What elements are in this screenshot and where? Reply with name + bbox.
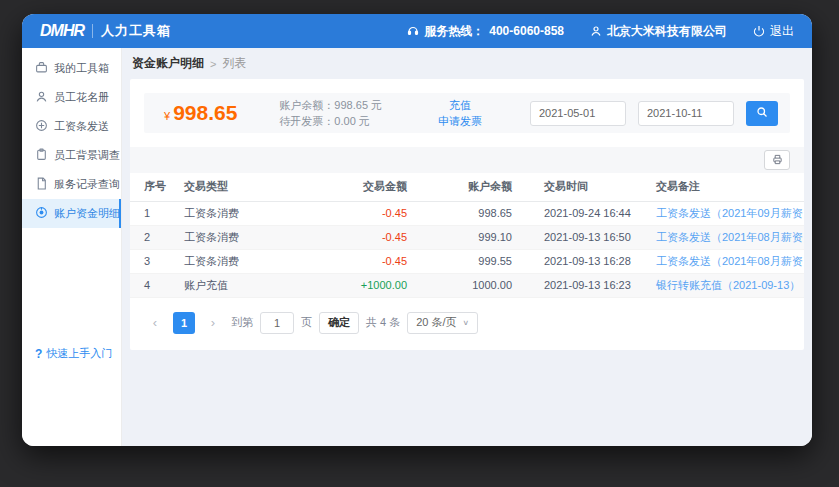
page-1-button[interactable]: 1 [173, 312, 195, 334]
content-panel: ¥ 998.65 账户余额：998.65 元 待开发票：0.00 元 充值 申请… [130, 79, 804, 350]
cell-remark-link[interactable]: 工资条发送（2021年09月薪资） [656, 207, 804, 219]
col-header-balance: 账户余额 [425, 173, 530, 201]
brand-logo: DMHR [40, 22, 84, 40]
cell-amount: -0.45 [382, 231, 407, 243]
cell-type: 工资条消费 [170, 225, 320, 249]
sidebar-item-background-check[interactable]: 员工背景调查 [22, 141, 121, 170]
search-button[interactable] [746, 101, 778, 126]
headset-icon [407, 25, 419, 37]
sidebar-item-label: 账户资金明细 [54, 206, 120, 221]
page-word: 页 [301, 315, 312, 330]
document-icon [35, 177, 48, 192]
breadcrumb-current: 资金账户明细 [132, 55, 204, 72]
cell-remark-link[interactable]: 银行转账充值（2021-09-13） [656, 279, 800, 291]
company-name: 北京大米科技有限公司 [607, 23, 727, 40]
table-header-row: 序号 交易类型 交易金额 账户余额 交易时间 交易备注 [130, 173, 804, 201]
print-button[interactable] [764, 150, 790, 170]
sidebar-item-label: 员工花名册 [54, 90, 109, 105]
sidebar-item-label: 我的工具箱 [54, 61, 109, 76]
sidebar-item-employee-roster[interactable]: 员工花名册 [22, 83, 121, 112]
page-size-select[interactable]: 20 条/页 ∨ [407, 312, 478, 334]
cell-index: 4 [130, 273, 170, 297]
end-date-input[interactable] [638, 101, 734, 126]
next-page-button[interactable]: › [202, 312, 224, 334]
power-icon [753, 25, 765, 37]
cell-balance: 999.10 [425, 225, 530, 249]
col-header-index: 序号 [130, 173, 170, 201]
user-icon [590, 25, 602, 37]
circle-plus-icon [35, 119, 48, 134]
person-icon [35, 90, 48, 105]
invoice-line: 待开发票：0.00 元 [279, 113, 382, 129]
cell-balance: 999.55 [425, 249, 530, 273]
logout-label: 退出 [770, 23, 794, 40]
question-icon: ? [35, 347, 42, 361]
cell-remark-link[interactable]: 工资条发送（2021年08月薪资） [656, 231, 804, 243]
product-title: 人力工具箱 [101, 22, 171, 40]
currency-symbol: ¥ [164, 110, 170, 122]
balance-summary-card: ¥ 998.65 账户余额：998.65 元 待开发票：0.00 元 充值 申请… [144, 93, 790, 133]
cell-type: 工资条消费 [170, 201, 320, 225]
sidebar-item-my-toolbox[interactable]: 我的工具箱 [22, 54, 121, 83]
chevron-down-icon: ∨ [463, 319, 470, 327]
cell-index: 2 [130, 225, 170, 249]
cell-index: 3 [130, 249, 170, 273]
company-menu[interactable]: 北京大米科技有限公司 [590, 23, 727, 40]
total-count: 共 4 条 [366, 315, 400, 330]
goto-page-input[interactable] [260, 312, 294, 334]
hotline-label: 服务热线： [424, 23, 484, 40]
cell-type: 工资条消费 [170, 249, 320, 273]
cell-time: 2021-09-13 16:23 [530, 273, 642, 297]
sidebar-item-service-records[interactable]: 服务记录查询 [22, 170, 121, 199]
sidebar-item-label: 服务记录查询 [54, 177, 120, 192]
cell-balance: 998.65 [425, 201, 530, 225]
table-row: 4 账户充值 +1000.00 1000.00 2021-09-13 16:23… [130, 273, 804, 297]
app-window: DMHR 人力工具箱 服务热线： 400-6060-858 北京大米科 [22, 14, 812, 446]
cell-time: 2021-09-13 16:50 [530, 225, 642, 249]
col-header-remark: 交易备注 [642, 173, 804, 201]
table-row: 2 工资条消费 -0.45 999.10 2021-09-13 16:50 工资… [130, 225, 804, 249]
sidebar-item-payslip-send[interactable]: 工资条发送 [22, 112, 121, 141]
balance-line: 账户余额：998.65 元 [279, 97, 382, 113]
main-area: 资金账户明细 > 列表 ¥ 998.65 账户余额：998.65 元 待开发票：… [122, 48, 812, 446]
target-icon [35, 206, 48, 221]
cell-amount: -0.45 [382, 255, 407, 267]
sidebar-item-label: 员工背景调查 [54, 148, 120, 163]
breadcrumb: 资金账户明细 > 列表 [122, 48, 812, 77]
pagination: ‹ 1 › 到第 页 确定 共 4 条 20 条/页 ∨ [144, 312, 790, 334]
transactions-table: 序号 交易类型 交易金额 账户余额 交易时间 交易备注 1 工资条消费 -0.4 [130, 173, 804, 298]
col-header-time: 交易时间 [530, 173, 642, 201]
quick-start-label: 快速上手入门 [46, 346, 112, 361]
cell-time: 2021-09-24 16:44 [530, 201, 642, 225]
account-balance-amount: ¥ 998.65 [164, 101, 237, 125]
table-row: 3 工资条消费 -0.45 999.55 2021-09-13 16:28 工资… [130, 249, 804, 273]
sidebar: 我的工具箱 员工花名册 工资条发送 [22, 48, 122, 446]
cell-time: 2021-09-13 16:28 [530, 249, 642, 273]
start-date-input[interactable] [530, 101, 626, 126]
service-hotline: 服务热线： 400-6060-858 [407, 23, 564, 40]
cell-type: 账户充值 [170, 273, 320, 297]
confirm-button[interactable]: 确定 [319, 312, 359, 334]
balance-value: 998.65 [173, 101, 237, 125]
goto-label: 到第 [231, 315, 253, 330]
hotline-number: 400-6060-858 [489, 24, 564, 38]
cell-balance: 1000.00 [425, 273, 530, 297]
cell-index: 1 [130, 201, 170, 225]
quick-start-link[interactable]: ? 快速上手入门 [35, 346, 112, 361]
sidebar-item-account-funds[interactable]: 账户资金明细 [22, 199, 121, 228]
breadcrumb-separator: > [210, 58, 216, 70]
logout-button[interactable]: 退出 [753, 23, 794, 40]
prev-page-button[interactable]: ‹ [144, 312, 166, 334]
recharge-link[interactable]: 充值 [449, 97, 471, 113]
request-invoice-link[interactable]: 申请发票 [438, 113, 482, 129]
sidebar-item-label: 工资条发送 [54, 119, 109, 134]
table-toolbar [130, 147, 804, 173]
clipboard-icon [35, 148, 48, 163]
col-header-amount: 交易金额 [320, 173, 425, 201]
cell-remark-link[interactable]: 工资条发送（2021年08月薪资） [656, 255, 804, 267]
topbar: DMHR 人力工具箱 服务热线： 400-6060-858 北京大米科 [22, 14, 812, 48]
cell-amount: +1000.00 [361, 279, 407, 291]
breadcrumb-page[interactable]: 列表 [222, 55, 246, 72]
balance-detail-lines: 账户余额：998.65 元 待开发票：0.00 元 [279, 97, 382, 129]
col-header-type: 交易类型 [170, 173, 320, 201]
